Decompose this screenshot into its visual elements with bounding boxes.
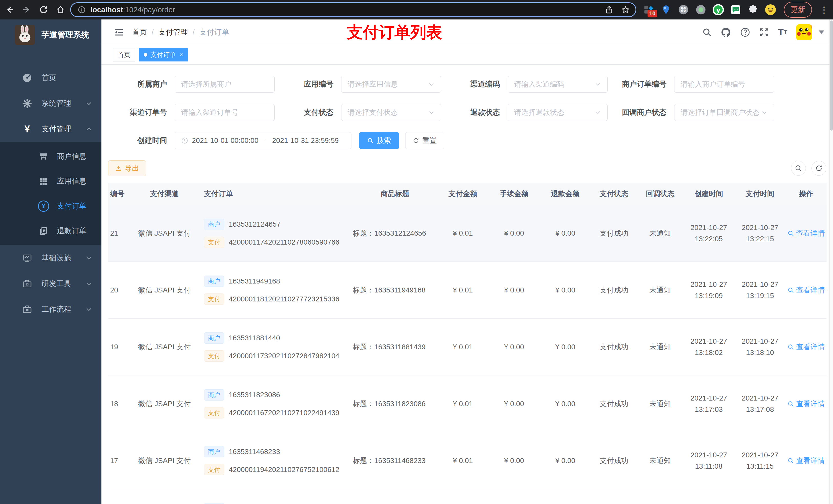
table-row[interactable]: 19 微信 JSAPI 支付 商户1635311881440 支付4200001… xyxy=(108,318,827,376)
view-detail-link[interactable]: 查看详情 xyxy=(787,228,825,239)
refresh-table-button[interactable] xyxy=(811,161,826,176)
chevron-down-icon xyxy=(86,306,92,313)
date-start: 2021-10-01 00:00:00 xyxy=(192,137,259,145)
reset-button[interactable]: 重置 xyxy=(405,132,444,149)
sidebar-item-dev-tools[interactable]: 研发工具 xyxy=(0,271,101,296)
app-select[interactable]: 请选择应用信息 xyxy=(341,76,441,93)
browser-chrome: localhost:1024/pay/order 10 ⌘ y xyxy=(0,0,833,20)
help-icon[interactable] xyxy=(740,27,750,38)
grid-icon xyxy=(38,176,49,186)
view-detail-link[interactable]: 查看详情 xyxy=(787,341,825,353)
share-icon[interactable] xyxy=(605,5,614,14)
table-row[interactable]: 18 微信 JSAPI 支付 商户1635311823086 支付4200001… xyxy=(108,376,827,432)
page-scrollbar[interactable] xyxy=(829,20,833,504)
sidebar-item-infrastructure[interactable]: 基础设施 xyxy=(0,245,101,271)
close-icon[interactable]: × xyxy=(180,51,183,58)
merchant-select[interactable]: 请选择所属商户 xyxy=(175,76,275,93)
notify-status-select[interactable]: 请选择订单回调商户状态 xyxy=(674,104,774,121)
breadcrumb-payment[interactable]: 支付管理 xyxy=(158,27,188,38)
clock-icon xyxy=(181,137,188,144)
channel-order-no-input[interactable]: 请输入渠道订单号 xyxy=(175,104,275,121)
sidebar-item-refund-order[interactable]: 退款订单 xyxy=(0,218,101,243)
sidebar-item-payment[interactable]: ¥ 支付管理 xyxy=(0,116,101,142)
sidebar-item-system[interactable]: 系统管理 xyxy=(0,91,101,116)
browser-back-button[interactable] xyxy=(5,5,15,15)
url-host: localhost xyxy=(90,6,123,14)
github-icon[interactable] xyxy=(720,27,731,38)
show-search-toggle-button[interactable] xyxy=(791,161,806,176)
cell-refund-amount: ¥ 0.00 xyxy=(540,398,591,409)
cell-notify-status: 未通知 xyxy=(637,341,683,353)
extension-command-icon[interactable]: ⌘ xyxy=(677,3,690,16)
export-button[interactable]: 导出 xyxy=(108,160,146,176)
filter-label-app: 应用编号 xyxy=(275,79,334,89)
cell-pay-order: 商户1635311949168 支付4200001181202110277723… xyxy=(196,275,350,305)
cell-order-id: 19 xyxy=(108,341,133,353)
fullscreen-icon[interactable] xyxy=(759,27,769,38)
breadcrumb-home[interactable]: 首页 xyxy=(132,27,147,38)
browser-menu-icon[interactable]: ⋮ xyxy=(820,8,828,12)
tab-pay-order[interactable]: 支付订单 × xyxy=(139,48,188,62)
merchant-tag: 商户 xyxy=(204,446,224,457)
bookmark-star-icon[interactable] xyxy=(621,5,630,14)
extension-tabs-icon[interactable]: 10 xyxy=(642,3,655,16)
sidebar-item-app-info[interactable]: 应用信息 xyxy=(0,169,101,194)
view-detail-link[interactable]: 查看详情 xyxy=(787,455,825,466)
search-button[interactable]: 搜索 xyxy=(359,132,399,149)
cell-create-time: 2021-10-2713:18:02 xyxy=(683,336,734,358)
sidebar-item-workflow[interactable]: 工作流程 xyxy=(0,296,101,322)
create-time-range-picker[interactable]: 2021-10-01 00:00:00 - 2021-10-31 23:59:5… xyxy=(175,132,352,149)
chevron-down-icon xyxy=(428,81,435,88)
pay-tag: 支付 xyxy=(204,464,224,475)
cell-pay-status: 支付成功 xyxy=(591,455,637,466)
sidebar-collapse-icon[interactable] xyxy=(114,27,124,38)
merchant-tag: 商户 xyxy=(204,275,224,287)
table-row[interactable]: 17 微信 JSAPI 支付 商户1635311468233 支付4200001… xyxy=(108,432,827,489)
cell-pay-amount: ¥ 0.01 xyxy=(437,398,489,409)
merchant-tag: 商户 xyxy=(204,219,224,230)
table-row[interactable]: 商户1635311251796 支付 标题： 查看详情 xyxy=(108,489,827,504)
extension-green-dot-icon[interactable] xyxy=(694,3,708,16)
cell-create-time: 2021-10-2713:11:08 xyxy=(683,450,734,472)
gear-icon xyxy=(22,98,33,109)
scrollbar-thumb[interactable] xyxy=(830,21,833,130)
table-row[interactable]: 21 微信 JSAPI 支付 商户1635312124657 支付4200001… xyxy=(108,205,827,262)
sidebar-item-pay-order[interactable]: ¥ 支付订单 xyxy=(0,194,101,218)
sidebar-item-home[interactable]: 首页 xyxy=(0,65,101,91)
header-search-icon[interactable] xyxy=(702,27,712,37)
cell-pay-amount: ¥ 0.01 xyxy=(437,341,489,353)
merchant-order-no: 1635312124657 xyxy=(229,219,281,230)
cell-notify-status: 未通知 xyxy=(637,228,683,239)
chrome-update-button[interactable]: 更新 xyxy=(784,2,812,18)
merchant-tag: 商户 xyxy=(204,389,224,401)
merchant-order-no-input[interactable]: 请输入商户订单编号 xyxy=(674,76,774,93)
browser-home-button[interactable] xyxy=(55,5,66,15)
refund-status-select[interactable]: 请选择退款状态 xyxy=(508,104,608,121)
extension-balloon-icon[interactable] xyxy=(659,3,673,16)
sidebar-menu: 首页 系统管理 ¥ 支付管理 xyxy=(0,65,101,322)
pay-status-select[interactable]: 请选择支付状态 xyxy=(341,104,441,121)
sidebar-item-merchant-info[interactable]: 商户信息 xyxy=(0,144,101,169)
font-size-icon[interactable]: TT xyxy=(778,27,787,38)
channel-code-select[interactable]: 请输入渠道编码 xyxy=(508,76,608,93)
avatar-caret-icon[interactable] xyxy=(819,30,824,34)
channel-pay-no: 4200001167202110271022491439 xyxy=(229,407,339,418)
extension-chat-icon[interactable] xyxy=(729,3,742,16)
site-info-icon[interactable] xyxy=(77,5,87,15)
extension-y-icon[interactable]: y xyxy=(712,3,725,16)
app-logo[interactable]: 芋道管理系统 xyxy=(0,20,101,50)
extensions-puzzle-icon[interactable] xyxy=(746,3,760,16)
view-detail-link[interactable]: 查看详情 xyxy=(787,398,825,409)
view-detail-link[interactable]: 查看详情 xyxy=(787,285,825,296)
browser-forward-button[interactable] xyxy=(22,5,32,15)
merchant-order-no: 1635311949168 xyxy=(229,275,280,287)
table-row[interactable]: 20 微信 JSAPI 支付 商户1635311949168 支付4200001… xyxy=(108,262,827,318)
user-avatar[interactable] xyxy=(796,24,812,40)
browser-reload-button[interactable] xyxy=(39,5,49,15)
annotation-title: 支付订单列表 xyxy=(347,22,442,43)
merchant-tag: 商户 xyxy=(204,503,224,504)
tab-home[interactable]: 首页 xyxy=(113,48,135,62)
profile-avatar-icon[interactable] xyxy=(764,3,777,16)
address-bar[interactable]: localhost:1024/pay/order xyxy=(70,2,636,17)
cell-fee-amount: ¥ 0.00 xyxy=(489,341,540,353)
